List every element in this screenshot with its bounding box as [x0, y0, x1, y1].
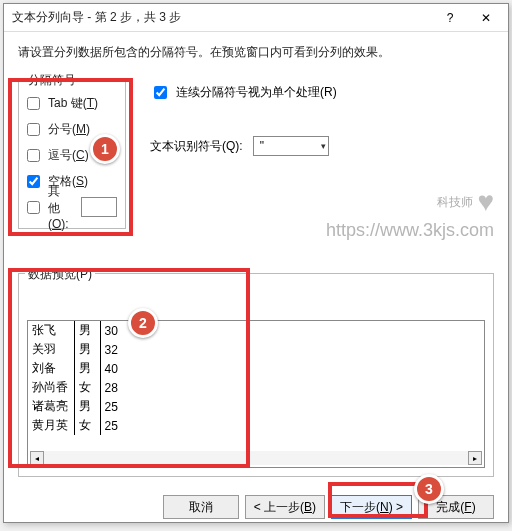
table-cell: 40 — [100, 359, 484, 378]
preview-box: 张飞男30关羽男32刘备男40孙尚香女28诸葛亮男25黄月英女25 ◂ ▸ — [27, 320, 485, 468]
table-cell: 25 — [100, 416, 484, 435]
finish-button[interactable]: 完成(F) — [418, 495, 494, 519]
delimiter-tab-checkbox[interactable] — [27, 97, 40, 110]
table-cell: 张飞 — [28, 321, 74, 340]
preview-legend: 数据预览(P) — [25, 266, 95, 283]
delimiters-legend: 分隔符号 — [25, 72, 79, 89]
delimiter-other-row[interactable]: 其他(O): — [27, 194, 117, 220]
treat-consecutive-checkbox[interactable] — [154, 86, 167, 99]
delimiter-comma-label: 逗号(C) — [48, 147, 89, 164]
text-qualifier-label: 文本识别符号(Q): — [150, 138, 243, 155]
help-icon: ? — [447, 11, 454, 25]
dialog-button-row: 取消 < 上一步(B) 下一步(N) > 完成(F) — [4, 483, 508, 531]
table-cell: 28 — [100, 378, 484, 397]
treat-consecutive-row[interactable]: 连续分隔符号视为单个处理(R) — [150, 83, 494, 102]
delimiter-semicolon-label: 分号(M) — [48, 121, 90, 138]
dialog-title: 文本分列向导 - 第 2 步，共 3 步 — [12, 9, 432, 26]
table-cell: 女 — [74, 416, 100, 435]
delimiter-comma-checkbox[interactable] — [27, 149, 40, 162]
delimiter-space-checkbox[interactable] — [27, 175, 40, 188]
delimiters-fieldset: 分隔符号 Tab 键(T) 分号(M) 逗号(C) 空格(S) — [18, 79, 126, 229]
close-icon: ✕ — [481, 11, 491, 25]
delimiter-tab-label: Tab 键(T) — [48, 95, 98, 112]
table-cell: 关羽 — [28, 340, 74, 359]
table-cell: 男 — [74, 340, 100, 359]
next-button[interactable]: 下一步(N) > — [331, 495, 412, 519]
table-row: 关羽男32 — [28, 340, 484, 359]
table-cell: 黄月英 — [28, 416, 74, 435]
titlebar: 文本分列向导 - 第 2 步，共 3 步 ? ✕ — [4, 4, 508, 32]
table-cell: 男 — [74, 397, 100, 416]
delimiter-other-input[interactable] — [81, 197, 117, 217]
table-cell: 32 — [100, 340, 484, 359]
text-qualifier-select[interactable]: " ▾ — [253, 136, 329, 156]
close-button[interactable]: ✕ — [468, 6, 504, 30]
treat-consecutive-label: 连续分隔符号视为单个处理(R) — [176, 84, 337, 101]
preview-scroll-horizontal[interactable]: ◂ ▸ — [30, 451, 482, 465]
help-button[interactable]: ? — [432, 6, 468, 30]
delimiter-semicolon-row[interactable]: 分号(M) — [27, 116, 117, 142]
delimiter-other-checkbox[interactable] — [27, 201, 40, 214]
delimiter-other-label: 其他(O): — [48, 183, 71, 231]
scroll-left-button[interactable]: ◂ — [30, 451, 44, 465]
table-cell: 刘备 — [28, 359, 74, 378]
table-row: 黄月英女25 — [28, 416, 484, 435]
table-row: 诸葛亮男25 — [28, 397, 484, 416]
preview-table: 张飞男30关羽男32刘备男40孙尚香女28诸葛亮男25黄月英女25 — [28, 321, 484, 435]
table-cell: 女 — [74, 378, 100, 397]
delimiter-tab-row[interactable]: Tab 键(T) — [27, 90, 117, 116]
table-cell: 孙尚香 — [28, 378, 74, 397]
delimiter-comma-row[interactable]: 逗号(C) — [27, 142, 117, 168]
table-row: 孙尚香女28 — [28, 378, 484, 397]
text-qualifier-value: " — [260, 139, 264, 153]
table-row: 张飞男30 — [28, 321, 484, 340]
instruction-text: 请设置分列数据所包含的分隔符号。在预览窗口内可看到分列的效果。 — [18, 44, 494, 61]
scroll-track[interactable] — [44, 451, 468, 465]
table-row: 刘备男40 — [28, 359, 484, 378]
chevron-down-icon: ▾ — [321, 141, 326, 151]
delimiter-space-row[interactable]: 空格(S) — [27, 168, 117, 194]
table-cell: 30 — [100, 321, 484, 340]
dialog-text-to-columns-step2: 文本分列向导 - 第 2 步，共 3 步 ? ✕ 请设置分列数据所包含的分隔符号… — [3, 3, 509, 523]
preview-fieldset: 数据预览(P) 张飞男30关羽男32刘备男40孙尚香女28诸葛亮男25黄月英女2… — [18, 273, 494, 477]
cancel-button[interactable]: 取消 — [163, 495, 239, 519]
scroll-right-button[interactable]: ▸ — [468, 451, 482, 465]
table-cell: 男 — [74, 321, 100, 340]
back-button[interactable]: < 上一步(B) — [245, 495, 325, 519]
table-cell: 25 — [100, 397, 484, 416]
table-cell: 男 — [74, 359, 100, 378]
delimiter-semicolon-checkbox[interactable] — [27, 123, 40, 136]
table-cell: 诸葛亮 — [28, 397, 74, 416]
